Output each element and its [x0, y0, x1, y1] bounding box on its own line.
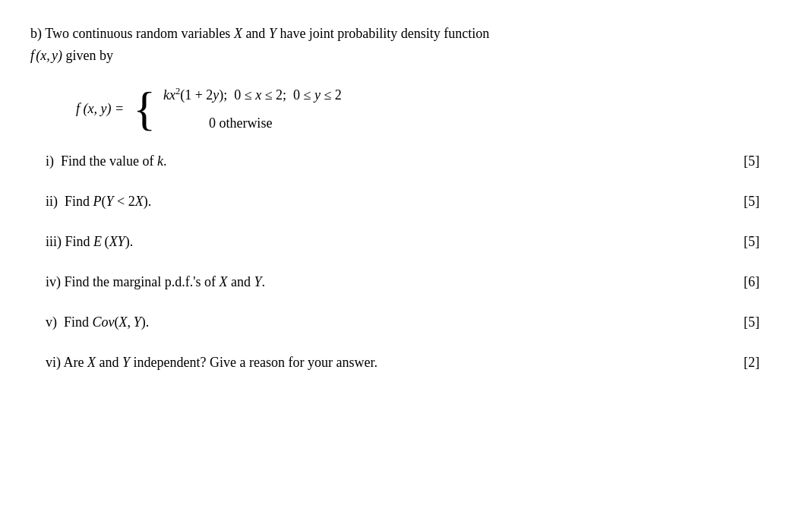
question-text-v: v) Find Cov(X, Y).	[46, 312, 149, 333]
question-text-ii: ii) Find P(Y < 2X).	[46, 191, 151, 212]
question-label-iv: iv)	[46, 274, 65, 289]
marks-v: [5]	[744, 314, 760, 330]
var-X-intro: X	[234, 26, 242, 41]
case2-formula: 0 otherwise	[209, 114, 272, 133]
marks-ii: [5]	[744, 194, 760, 210]
var-XY: XY	[109, 234, 125, 249]
question-text-iv: iv) Find the marginal p.d.f.'s of X and …	[46, 272, 265, 292]
intro-and: and	[242, 26, 269, 41]
var-Y-intro: Y	[269, 26, 276, 41]
var-X-v: X	[119, 314, 128, 330]
question-text-iii: iii) Find E (XY).	[46, 232, 133, 252]
intro-text-end: have joint probability density function	[276, 26, 489, 41]
question-label-v: v)	[46, 314, 64, 330]
question-label-iii: iii)	[46, 234, 65, 249]
question-label-ii: ii)	[46, 194, 65, 209]
fx-reference: f (x, y)	[30, 48, 62, 63]
var-k: k	[157, 153, 163, 169]
question-item-v: v) Find Cov(X, Y). [5]	[30, 312, 775, 333]
var-Y-ii: Y	[106, 194, 114, 209]
marks-iii: [5]	[744, 234, 760, 250]
var-X-ii: X	[135, 194, 144, 209]
var-X-iv: X	[219, 274, 227, 289]
cov-notation: Cov	[93, 314, 115, 330]
marks-i: [5]	[744, 153, 760, 169]
intro-line2-end: given by	[62, 48, 113, 63]
P-notation: P	[93, 194, 102, 209]
left-brace: {	[133, 85, 156, 133]
question-item-vi: vi) Are X and Y independent? Give a reas…	[30, 352, 775, 373]
brace-container: { kx2(1 + 2y); 0 ≤ x ≤ 2; 0 ≤ y ≤ 2 0 ot…	[133, 85, 342, 133]
marks-vi: [2]	[744, 355, 760, 371]
question-text-vi: vi) Are X and Y independent? Give a reas…	[46, 352, 378, 373]
question-text-i: i) Find the value of k.	[46, 151, 166, 172]
var-Y-v: Y	[134, 314, 141, 330]
question-label-i: i)	[46, 153, 61, 169]
piecewise-function: f (x, y) = { kx2(1 + 2y); 0 ≤ x ≤ 2; 0 ≤…	[76, 85, 775, 133]
page-content: b) Two continuous random variables X and…	[30, 23, 775, 373]
E-notation: E	[93, 234, 102, 249]
question-item-iii: iii) Find E (XY). [5]	[30, 232, 775, 252]
part-label: b)	[30, 26, 42, 41]
question-label-vi: vi)	[46, 355, 64, 370]
intro-paragraph: b) Two continuous random variables X and…	[30, 23, 775, 67]
question-item-i: i) Find the value of k. [5]	[30, 151, 775, 172]
intro-text-1: Two continuous random variables	[45, 26, 234, 41]
var-Y-vi: Y	[122, 355, 130, 370]
questions-section: i) Find the value of k. [5] ii) Find P(Y…	[30, 151, 775, 373]
var-Y-iv: Y	[254, 274, 261, 289]
case-row-1: kx2(1 + 2y); 0 ≤ x ≤ 2; 0 ≤ y ≤ 2	[163, 85, 342, 105]
case1-formula: kx2(1 + 2y); 0 ≤ x ≤ 2; 0 ≤ y ≤ 2	[163, 85, 342, 105]
fx-label: f (x, y) =	[76, 101, 124, 117]
question-item-iv: iv) Find the marginal p.d.f.'s of X and …	[30, 272, 775, 292]
marks-iv: [6]	[744, 274, 760, 290]
cases: kx2(1 + 2y); 0 ≤ x ≤ 2; 0 ≤ y ≤ 2 0 othe…	[163, 85, 342, 133]
question-item-ii: ii) Find P(Y < 2X). [5]	[30, 191, 775, 212]
var-X-vi: X	[87, 355, 96, 370]
case-row-2: 0 otherwise	[163, 114, 342, 133]
